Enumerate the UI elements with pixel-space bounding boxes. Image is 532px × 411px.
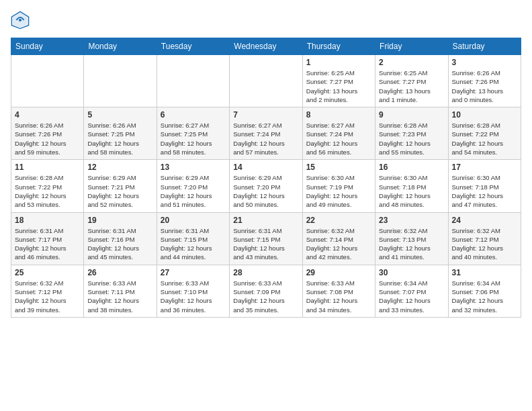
day-info: Sunrise: 6:29 AM Sunset: 7:21 PM Dayligh… xyxy=(87,173,152,209)
day-number: 26 xyxy=(87,268,152,277)
calendar-cell: 13Sunrise: 6:29 AM Sunset: 7:20 PM Dayli… xyxy=(157,160,229,212)
week-row-3: 11Sunrise: 6:28 AM Sunset: 7:22 PM Dayli… xyxy=(11,160,521,212)
header-wednesday: Wednesday xyxy=(230,38,302,55)
day-info: Sunrise: 6:26 AM Sunset: 7:26 PM Dayligh… xyxy=(15,121,80,156)
day-info: Sunrise: 6:31 AM Sunset: 7:15 PM Dayligh… xyxy=(233,226,298,262)
day-number: 14 xyxy=(233,163,298,172)
calendar-cell: 19Sunrise: 6:31 AM Sunset: 7:16 PM Dayli… xyxy=(84,212,157,265)
calendar-header-row: SundayMondayTuesdayWednesdayThursdayFrid… xyxy=(11,38,521,55)
calendar-cell: 31Sunrise: 6:34 AM Sunset: 7:06 PM Dayli… xyxy=(448,265,521,317)
day-info: Sunrise: 6:32 AM Sunset: 7:12 PM Dayligh… xyxy=(452,226,517,262)
calendar-cell: 8Sunrise: 6:27 AM Sunset: 7:24 PM Daylig… xyxy=(302,107,375,160)
day-number: 16 xyxy=(379,163,444,172)
calendar-cell: 16Sunrise: 6:30 AM Sunset: 7:18 PM Dayli… xyxy=(375,160,448,212)
day-number: 29 xyxy=(306,268,371,277)
calendar-cell: 17Sunrise: 6:30 AM Sunset: 7:18 PM Dayli… xyxy=(448,160,521,212)
calendar-cell: 15Sunrise: 6:30 AM Sunset: 7:19 PM Dayli… xyxy=(302,160,375,212)
day-number: 12 xyxy=(87,163,152,172)
day-number: 13 xyxy=(161,163,226,172)
day-info: Sunrise: 6:31 AM Sunset: 7:16 PM Dayligh… xyxy=(87,226,152,262)
day-number: 18 xyxy=(15,216,80,225)
day-info: Sunrise: 6:27 AM Sunset: 7:25 PM Dayligh… xyxy=(161,121,226,156)
day-info: Sunrise: 6:33 AM Sunset: 7:10 PM Dayligh… xyxy=(161,279,226,314)
day-info: Sunrise: 6:25 AM Sunset: 7:27 PM Dayligh… xyxy=(306,68,371,104)
day-info: Sunrise: 6:30 AM Sunset: 7:19 PM Dayligh… xyxy=(306,173,371,209)
day-number: 21 xyxy=(233,216,298,225)
day-number: 27 xyxy=(161,268,226,277)
day-number: 6 xyxy=(161,110,226,120)
day-info: Sunrise: 6:29 AM Sunset: 7:20 PM Dayligh… xyxy=(161,173,226,209)
day-number: 9 xyxy=(379,110,444,120)
day-number: 17 xyxy=(452,163,517,172)
day-info: Sunrise: 6:30 AM Sunset: 7:18 PM Dayligh… xyxy=(452,173,517,209)
day-info: Sunrise: 6:28 AM Sunset: 7:23 PM Dayligh… xyxy=(379,121,444,156)
day-info: Sunrise: 6:28 AM Sunset: 7:22 PM Dayligh… xyxy=(452,121,517,156)
day-number: 31 xyxy=(452,268,517,277)
day-number: 2 xyxy=(379,58,444,67)
calendar-cell xyxy=(84,55,157,107)
calendar-cell: 3Sunrise: 6:26 AM Sunset: 7:26 PM Daylig… xyxy=(448,55,521,107)
logo-icon xyxy=(11,11,30,30)
header-monday: Monday xyxy=(84,38,157,55)
day-info: Sunrise: 6:31 AM Sunset: 7:15 PM Dayligh… xyxy=(161,226,226,262)
calendar-table: SundayMondayTuesdayWednesdayThursdayFrid… xyxy=(11,38,521,318)
calendar-cell: 18Sunrise: 6:31 AM Sunset: 7:17 PM Dayli… xyxy=(11,212,84,265)
day-info: Sunrise: 6:31 AM Sunset: 7:17 PM Dayligh… xyxy=(15,226,80,262)
week-row-2: 4Sunrise: 6:26 AM Sunset: 7:26 PM Daylig… xyxy=(11,107,521,160)
day-info: Sunrise: 6:33 AM Sunset: 7:09 PM Dayligh… xyxy=(233,279,298,314)
week-row-1: 1Sunrise: 6:25 AM Sunset: 7:27 PM Daylig… xyxy=(11,55,521,107)
header-thursday: Thursday xyxy=(302,38,375,55)
calendar-cell: 14Sunrise: 6:29 AM Sunset: 7:20 PM Dayli… xyxy=(230,160,302,212)
day-info: Sunrise: 6:32 AM Sunset: 7:14 PM Dayligh… xyxy=(306,226,371,262)
day-number: 22 xyxy=(306,216,371,225)
calendar-cell: 6Sunrise: 6:27 AM Sunset: 7:25 PM Daylig… xyxy=(157,107,229,160)
day-number: 28 xyxy=(233,268,298,277)
day-info: Sunrise: 6:25 AM Sunset: 7:27 PM Dayligh… xyxy=(379,68,444,104)
calendar-cell: 10Sunrise: 6:28 AM Sunset: 7:22 PM Dayli… xyxy=(448,107,521,160)
calendar-cell: 26Sunrise: 6:33 AM Sunset: 7:11 PM Dayli… xyxy=(84,265,157,317)
day-number: 23 xyxy=(379,216,444,225)
calendar-cell: 21Sunrise: 6:31 AM Sunset: 7:15 PM Dayli… xyxy=(230,212,302,265)
calendar-cell: 25Sunrise: 6:32 AM Sunset: 7:12 PM Dayli… xyxy=(11,265,84,317)
day-number: 10 xyxy=(452,110,517,120)
calendar-cell: 11Sunrise: 6:28 AM Sunset: 7:22 PM Dayli… xyxy=(11,160,84,212)
calendar-cell: 30Sunrise: 6:34 AM Sunset: 7:07 PM Dayli… xyxy=(375,265,448,317)
calendar-cell: 22Sunrise: 6:32 AM Sunset: 7:14 PM Dayli… xyxy=(302,212,375,265)
day-number: 19 xyxy=(87,216,152,225)
day-info: Sunrise: 6:30 AM Sunset: 7:18 PM Dayligh… xyxy=(379,173,444,209)
svg-point-2 xyxy=(19,19,21,21)
calendar-cell: 9Sunrise: 6:28 AM Sunset: 7:23 PM Daylig… xyxy=(375,107,448,160)
calendar-cell: 7Sunrise: 6:27 AM Sunset: 7:24 PM Daylig… xyxy=(230,107,302,160)
day-number: 8 xyxy=(306,110,371,120)
day-number: 25 xyxy=(15,268,80,277)
calendar-cell xyxy=(230,55,302,107)
calendar-cell: 24Sunrise: 6:32 AM Sunset: 7:12 PM Dayli… xyxy=(448,212,521,265)
calendar-cell: 27Sunrise: 6:33 AM Sunset: 7:10 PM Dayli… xyxy=(157,265,229,317)
day-info: Sunrise: 6:33 AM Sunset: 7:08 PM Dayligh… xyxy=(306,279,371,314)
day-number: 24 xyxy=(452,216,517,225)
calendar-cell: 20Sunrise: 6:31 AM Sunset: 7:15 PM Dayli… xyxy=(157,212,229,265)
day-info: Sunrise: 6:29 AM Sunset: 7:20 PM Dayligh… xyxy=(233,173,298,209)
header-saturday: Saturday xyxy=(448,38,521,55)
day-info: Sunrise: 6:34 AM Sunset: 7:07 PM Dayligh… xyxy=(379,279,444,314)
day-number: 5 xyxy=(87,110,152,120)
day-info: Sunrise: 6:27 AM Sunset: 7:24 PM Dayligh… xyxy=(233,121,298,156)
week-row-4: 18Sunrise: 6:31 AM Sunset: 7:17 PM Dayli… xyxy=(11,212,521,265)
day-info: Sunrise: 6:33 AM Sunset: 7:11 PM Dayligh… xyxy=(87,279,152,314)
day-info: Sunrise: 6:26 AM Sunset: 7:26 PM Dayligh… xyxy=(452,68,517,104)
day-info: Sunrise: 6:27 AM Sunset: 7:24 PM Dayligh… xyxy=(306,121,371,156)
day-number: 30 xyxy=(379,268,444,277)
day-info: Sunrise: 6:32 AM Sunset: 7:12 PM Dayligh… xyxy=(15,279,80,314)
calendar-cell: 28Sunrise: 6:33 AM Sunset: 7:09 PM Dayli… xyxy=(230,265,302,317)
calendar-cell xyxy=(11,55,84,107)
week-row-5: 25Sunrise: 6:32 AM Sunset: 7:12 PM Dayli… xyxy=(11,265,521,317)
header-tuesday: Tuesday xyxy=(157,38,229,55)
calendar-cell: 1Sunrise: 6:25 AM Sunset: 7:27 PM Daylig… xyxy=(302,55,375,107)
page-header xyxy=(11,11,521,30)
day-info: Sunrise: 6:26 AM Sunset: 7:25 PM Dayligh… xyxy=(87,121,152,156)
day-number: 7 xyxy=(233,110,298,120)
day-number: 11 xyxy=(15,163,80,172)
logo xyxy=(11,11,32,30)
day-number: 4 xyxy=(15,110,80,120)
calendar-cell xyxy=(157,55,229,107)
